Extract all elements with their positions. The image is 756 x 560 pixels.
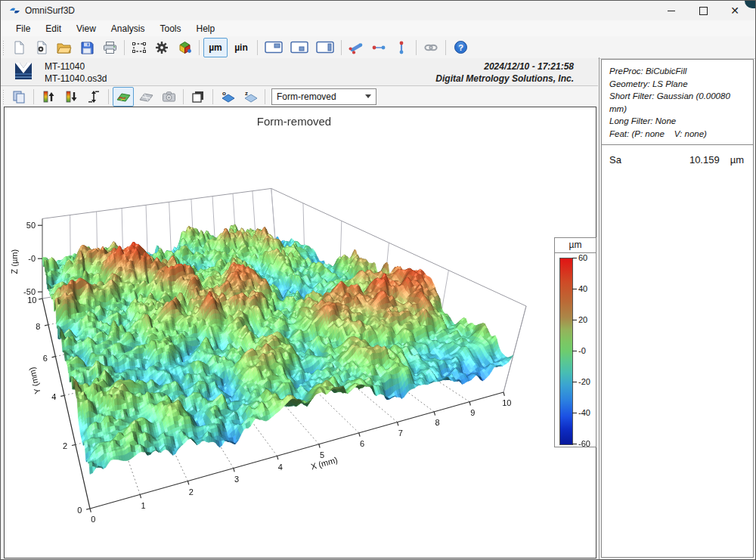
units-uin-button[interactable]: µin [229, 38, 253, 57]
window-layout-top-button[interactable] [262, 38, 286, 57]
colorbar-tick [572, 413, 577, 413]
units-um-button[interactable]: µm [203, 38, 228, 57]
colorbar-tick-label: 40 [578, 284, 587, 293]
colorbar-tick [572, 320, 577, 320]
svg-text:z: z [245, 90, 248, 97]
toolbar-separator [199, 40, 200, 55]
print-button[interactable] [99, 38, 120, 57]
autoscale-z-button[interactable] [83, 87, 104, 107]
toolbar-separator [212, 89, 213, 104]
parameter-name: Sa [609, 154, 621, 166]
datum-o-icon: o [220, 90, 236, 104]
toolbar-separator [257, 40, 258, 55]
menu-analysis[interactable]: Analysis [104, 22, 153, 36]
save-file-button[interactable] [76, 38, 98, 57]
measurement-datetime: 2024/12/10 - 17:21:58 [484, 61, 574, 72]
menu-edit[interactable]: Edit [38, 22, 69, 36]
orientation-3d-button[interactable] [174, 38, 195, 57]
colorbar-tick [572, 444, 577, 444]
omnisurf3d-window: OmniSurf3D ✕ File Edit View Analysis Too… [0, 0, 756, 560]
toolbar-grip[interactable] [2, 89, 5, 104]
close-icon: ✕ [730, 5, 739, 17]
measure-vertical-button[interactable] [391, 38, 412, 57]
measurement-name: MT-11040 [45, 61, 85, 72]
menu-help[interactable]: Help [189, 22, 223, 36]
colorbar-tick [572, 382, 577, 382]
colorscale-up-icon [42, 90, 55, 104]
colorbar-tick-label: -60 [578, 439, 590, 448]
short-filter-info: Short Filter: Gaussian (0.00080 mm) [609, 90, 747, 115]
overlay-button[interactable] [187, 87, 209, 107]
new-document-button[interactable] [8, 38, 29, 57]
overlay-icon [191, 90, 205, 104]
app-logo-icon [9, 5, 20, 16]
snapshot-button[interactable] [158, 87, 179, 107]
minimize-button[interactable] [655, 1, 687, 20]
toolbar-separator [265, 89, 265, 104]
file-header: MT-11040 MT-11040.os3d 2024/12/10 - 17:2… [1, 58, 598, 86]
measure-points-icon [371, 41, 386, 54]
results-panel: PreProc: BiCubicFill Geometry: LS Plane … [601, 59, 754, 558]
toolbar-separator [341, 40, 342, 55]
toolbar-separator [108, 89, 109, 104]
long-filter-info: Long Filter: None [609, 115, 747, 128]
help-button[interactable]: ? [450, 38, 471, 57]
menu-tools[interactable]: Tools [153, 22, 189, 36]
svg-text:?: ? [458, 43, 463, 52]
surface-view-color-button[interactable] [113, 87, 134, 107]
colorbar-tick-label: -20 [578, 377, 590, 386]
colorbar-tick-label: 20 [578, 315, 587, 324]
toolbar-grip[interactable] [2, 40, 5, 55]
window-layout-side-button[interactable] [313, 38, 337, 57]
open-folder-icon [57, 41, 72, 54]
colorscale-up-button[interactable] [38, 87, 59, 107]
units-uin-label: µin [234, 42, 248, 53]
measure-plane-icon [349, 41, 364, 54]
maximize-button[interactable] [687, 1, 719, 20]
measure-plane-button[interactable] [345, 38, 367, 57]
print-icon [103, 41, 117, 54]
copy-button[interactable] [8, 87, 29, 107]
window-layout-top-icon [265, 41, 283, 54]
open-file-button[interactable] [54, 38, 75, 57]
toolbar-separator [183, 89, 184, 104]
colorscale-down-button[interactable] [60, 87, 82, 107]
document-settings-button[interactable] [31, 38, 52, 57]
colorbar-units-label: µm [555, 238, 596, 253]
processing-info-box: PreProc: BiCubicFill Geometry: LS Plane … [602, 60, 753, 145]
toolbar-separator [445, 40, 446, 55]
menu-view[interactable]: View [69, 22, 104, 36]
window-layout-bottom-icon [290, 41, 308, 54]
geometry-info: Geometry: LS Plane [609, 78, 747, 91]
measure-points-button[interactable] [368, 38, 389, 57]
colorbar: µm 604020-0-20-40-60 [554, 237, 596, 447]
link-icon [423, 42, 438, 54]
menu-bar: File Edit View Analysis Tools Help [1, 20, 755, 36]
window-title: OmniSurf3D [25, 5, 75, 16]
panel-divider [599, 57, 600, 560]
dataset-dropdown[interactable]: Form-removed [271, 88, 376, 105]
surface-plot-panel: Form-removed µm 604020-0-20-40-60 [4, 107, 596, 558]
select-region-icon [132, 41, 147, 54]
select-region-button[interactable] [129, 38, 150, 57]
measurement-filename: MT-11040.os3d [45, 73, 107, 84]
menu-file[interactable]: File [8, 22, 38, 36]
dataset-dropdown-value: Form-removed [277, 91, 336, 102]
measure-vertical-icon [395, 41, 408, 54]
title-bar: OmniSurf3D ✕ [1, 1, 755, 20]
link-button[interactable] [420, 38, 442, 57]
parameter-units: µm [730, 154, 744, 166]
new-document-icon [12, 41, 26, 54]
window-layout-side-icon [316, 41, 334, 54]
maximize-icon [699, 7, 708, 15]
window-layout-bottom-button[interactable] [287, 38, 311, 57]
datum-o-button[interactable]: o [217, 87, 238, 107]
surface-view-flat-button[interactable] [135, 87, 156, 107]
datum-z-button[interactable]: z [240, 87, 261, 107]
parameter-row: Sa 10.159 µm [602, 145, 753, 166]
copy-icon [12, 90, 26, 104]
settings-gear-button[interactable] [151, 38, 172, 57]
surface-3d-canvas[interactable] [5, 107, 596, 558]
colorbar-tick [572, 351, 577, 351]
autoscale-z-icon [88, 90, 100, 104]
